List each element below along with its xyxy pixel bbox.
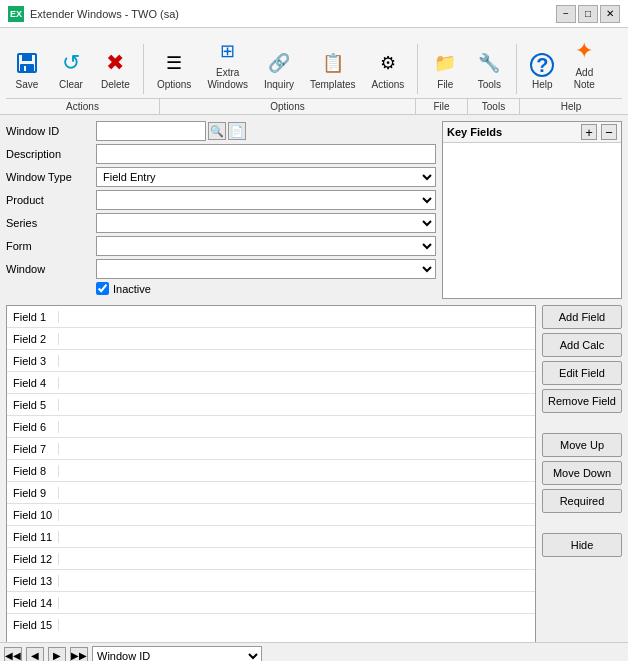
key-fields-add-button[interactable]: + — [581, 124, 597, 140]
field-input-15[interactable] — [59, 614, 535, 636]
key-fields-header: Key Fields + − — [443, 122, 621, 143]
help-button[interactable]: ? Help — [523, 48, 561, 94]
form-select[interactable] — [96, 236, 436, 256]
app-icon: EX — [8, 6, 24, 22]
fields-section: Field 1Field 2Field 3Field 4Field 5Field… — [6, 305, 622, 661]
field-input-9[interactable] — [59, 482, 535, 503]
svg-rect-2 — [20, 64, 34, 72]
extra-windows-icon: ⊞ — [214, 37, 242, 65]
window-id-browse-button[interactable]: 📄 — [228, 122, 246, 140]
clear-button[interactable]: ↺ Clear — [50, 44, 92, 94]
key-fields-section: Key Fields + − — [442, 121, 622, 299]
maximize-button[interactable]: □ — [578, 5, 598, 23]
tools-button[interactable]: 🔧 Tools — [468, 44, 510, 94]
save-button[interactable]: Save — [6, 44, 48, 94]
field-input-12[interactable] — [59, 548, 535, 569]
field-input-13[interactable] — [59, 570, 535, 591]
field-input-11[interactable] — [59, 526, 535, 547]
product-row: Product — [6, 190, 436, 210]
field-row: Field 3 — [7, 350, 535, 372]
move-up-button[interactable]: Move Up — [542, 433, 622, 457]
add-calc-button[interactable]: Add Calc — [542, 333, 622, 357]
field-input-6[interactable] — [59, 416, 535, 437]
inquiry-icon: 🔗 — [265, 49, 293, 77]
inquiry-button[interactable]: 🔗 Inquiry — [257, 44, 301, 94]
field-input-2[interactable] — [59, 328, 535, 349]
edit-field-button[interactable]: Edit Field — [542, 361, 622, 385]
product-label: Product — [6, 194, 96, 206]
delete-button[interactable]: ✖ Delete — [94, 44, 137, 94]
nav-last-button[interactable]: ▶▶ — [70, 647, 88, 662]
field-input-10[interactable] — [59, 504, 535, 525]
delete-icon: ✖ — [101, 49, 129, 77]
field-input-3[interactable] — [59, 350, 535, 371]
field-row: Field 2 — [7, 328, 535, 350]
inactive-checkbox[interactable] — [96, 282, 109, 295]
field-row: Field 8 — [7, 460, 535, 482]
remove-field-button[interactable]: Remove Field — [542, 389, 622, 413]
window-label: Window — [6, 263, 96, 275]
field-row: Field 12 — [7, 548, 535, 570]
form-section: Window ID 🔍 📄 Description Window Type Fi… — [6, 121, 436, 299]
field-row: Field 4 — [7, 372, 535, 394]
field-input-1[interactable] — [59, 306, 535, 327]
field-selector[interactable]: Window ID — [92, 646, 262, 662]
field-row: Field 13 — [7, 570, 535, 592]
window-id-input[interactable] — [96, 121, 206, 141]
window-type-select[interactable]: Field Entry List Entry Form — [96, 167, 436, 187]
field-input-4[interactable] — [59, 372, 535, 393]
file-button[interactable]: 📁 File — [424, 44, 466, 94]
product-select[interactable] — [96, 190, 436, 210]
nav-prev-button[interactable]: ◀ — [26, 647, 44, 662]
field-input-7[interactable] — [59, 438, 535, 459]
side-spacer-1 — [542, 417, 622, 429]
window-select[interactable] — [96, 259, 436, 279]
close-button[interactable]: ✕ — [600, 5, 620, 23]
group-actions: Actions — [6, 99, 160, 114]
window-type-label: Window Type — [6, 171, 96, 183]
move-down-button[interactable]: Move Down — [542, 461, 622, 485]
window-title: Extender Windows - TWO (sa) — [30, 8, 556, 20]
templates-button[interactable]: 📋 Templates — [303, 44, 363, 94]
extra-windows-label: Extra Windows — [207, 67, 248, 91]
field-input-5[interactable] — [59, 394, 535, 415]
field-row: Field 10 — [7, 504, 535, 526]
key-fields-remove-button[interactable]: − — [601, 124, 617, 140]
add-note-button[interactable]: ✦ Add Note — [563, 32, 605, 94]
field-input-14[interactable] — [59, 592, 535, 613]
clear-label: Clear — [59, 79, 83, 91]
side-buttons: Add Field Add Calc Edit Field Remove Fie… — [542, 305, 622, 661]
actions-button[interactable]: ⚙ Actions — [365, 44, 412, 94]
description-input[interactable] — [96, 144, 436, 164]
separator-3 — [516, 44, 517, 94]
nav-first-button[interactable]: ◀◀ — [4, 647, 22, 662]
form-row: Form — [6, 236, 436, 256]
field-row: Field 7 — [7, 438, 535, 460]
toolbar-groups: Actions Options File Tools Help — [6, 98, 622, 114]
hide-button[interactable]: Hide — [542, 533, 622, 557]
minimize-button[interactable]: − — [556, 5, 576, 23]
window-id-search-button[interactable]: 🔍 — [208, 122, 226, 140]
required-button[interactable]: Required — [542, 489, 622, 513]
key-fields-controls: + − — [581, 124, 617, 140]
options-button[interactable]: ☰ Options — [150, 44, 198, 94]
title-bar: EX Extender Windows - TWO (sa) − □ ✕ — [0, 0, 628, 28]
field-input-8[interactable] — [59, 460, 535, 481]
separator-2 — [417, 44, 418, 94]
field-row: Field 9 — [7, 482, 535, 504]
series-row: Series — [6, 213, 436, 233]
extra-windows-button[interactable]: ⊞ Extra Windows — [200, 32, 255, 94]
add-field-button[interactable]: Add Field — [542, 305, 622, 329]
inactive-label: Inactive — [113, 283, 151, 295]
top-section: Window ID 🔍 📄 Description Window Type Fi… — [6, 121, 622, 299]
add-note-label: Add Note — [574, 67, 595, 91]
delete-label: Delete — [101, 79, 130, 91]
actions-icon: ⚙ — [374, 49, 402, 77]
nav-next-button[interactable]: ▶ — [48, 647, 66, 662]
group-options: Options — [160, 99, 416, 114]
field-label-6: Field 6 — [7, 421, 59, 433]
group-tools: Tools — [468, 99, 520, 114]
save-label: Save — [16, 79, 39, 91]
window-type-row: Window Type Field Entry List Entry Form — [6, 167, 436, 187]
series-select[interactable] — [96, 213, 436, 233]
